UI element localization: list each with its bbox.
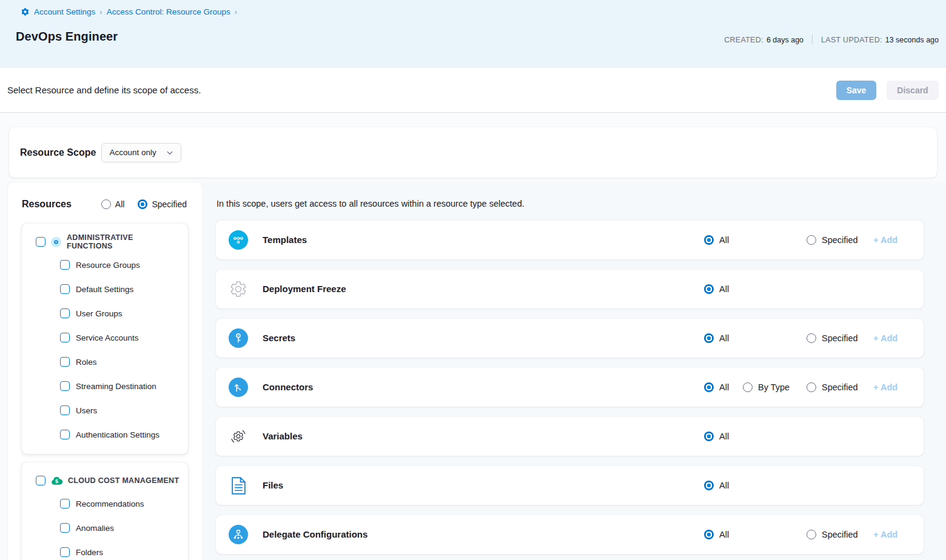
radio-icon[interactable]	[807, 235, 816, 245]
group-label: CLOUD COST MANAGEMENT	[68, 476, 179, 485]
sidebar-item-anomalies[interactable]: Anomalies	[22, 516, 188, 540]
option-label: All	[719, 432, 729, 441]
radio-icon[interactable]	[101, 199, 111, 209]
breadcrumb: Account Settings › Access Control: Resou…	[21, 7, 939, 16]
checkbox[interactable]	[60, 260, 70, 270]
radio-icon[interactable]	[704, 382, 714, 392]
add-button[interactable]: + Add	[873, 382, 897, 392]
add-button[interactable]: + Add	[873, 235, 897, 245]
chevron-right-icon: ›	[99, 7, 102, 16]
radio-icon[interactable]	[743, 382, 753, 392]
radio-icon[interactable]	[704, 333, 714, 343]
resource-row-connectors: ConnectorsAllBy TypeSpecified+ Add	[216, 368, 924, 407]
option-all[interactable]: All	[704, 481, 729, 490]
option-specified[interactable]: Specified	[807, 333, 858, 343]
checkbox[interactable]	[60, 284, 70, 294]
option-all[interactable]: All	[704, 432, 729, 441]
group-header: ADMINISTRATIVE FUNCTIONS	[22, 235, 188, 249]
resource-scope-card: Resource Scope Account only	[9, 127, 937, 178]
discard-button[interactable]: Discard	[887, 81, 939, 100]
checkbox[interactable]	[60, 523, 70, 533]
checkbox[interactable]	[60, 357, 70, 367]
resources-mode-specified[interactable]: Specified	[138, 199, 187, 209]
resources-mode-all-label: All	[115, 199, 125, 209]
sidebar-item-authentication-settings[interactable]: Authentication Settings	[22, 422, 188, 447]
resource-row-label: Variables	[263, 417, 303, 456]
checkbox[interactable]	[60, 405, 70, 415]
radio-icon[interactable]	[807, 530, 816, 539]
resources-mode-all[interactable]: All	[101, 199, 125, 209]
action-toolbar: Select Resource and define its scope of …	[0, 68, 946, 113]
save-button[interactable]: Save	[836, 81, 876, 100]
sidebar-item-folders[interactable]: Folders	[22, 540, 188, 560]
checkbox[interactable]	[36, 237, 45, 247]
chevron-down-icon	[166, 149, 173, 156]
last-updated-label: LAST UPDATED:	[821, 36, 882, 44]
checkbox[interactable]	[60, 381, 70, 391]
radio-icon[interactable]	[704, 284, 714, 294]
resource-row-label: Files	[263, 466, 283, 505]
resource-row-label: Deployment Freeze	[263, 270, 346, 308]
option-label: All	[719, 382, 729, 392]
option-label: All	[719, 530, 729, 539]
add-button[interactable]: + Add	[873, 530, 897, 539]
sidebar-item-service-accounts[interactable]: Service Accounts	[22, 325, 188, 350]
sidebar-item-users[interactable]: Users	[22, 398, 188, 422]
sidebar-item-label: Authentication Settings	[76, 430, 159, 439]
option-all[interactable]: All	[704, 530, 729, 539]
resource-scope-select[interactable]: Account only	[101, 143, 181, 162]
option-specified[interactable]: Specified	[807, 235, 858, 245]
breadcrumb-account-settings[interactable]: Account Settings	[34, 7, 95, 16]
resource-row-files: FilesAll	[216, 466, 924, 505]
option-all[interactable]: All	[704, 284, 729, 294]
checkbox[interactable]	[60, 547, 70, 557]
option-specified[interactable]: Specified	[807, 382, 858, 392]
resource-scope-selected-value: Account only	[109, 148, 156, 157]
resource-row-label: Secrets	[263, 319, 295, 358]
option-label: Specified	[822, 333, 858, 343]
option-all[interactable]: All	[704, 333, 729, 343]
radio-icon[interactable]	[138, 199, 147, 209]
resource-row-secrets: SecretsAllSpecified+ Add	[216, 319, 924, 358]
resources-sidebar: Resources All Specified ADMINISTRATIVE F…	[8, 182, 202, 560]
option-by-type[interactable]: By Type	[743, 382, 790, 392]
admin-functions-icon	[51, 237, 61, 247]
resource-group-card-cloud-cost-management: $CLOUD COST MANAGEMENTRecommendationsAno…	[22, 462, 188, 560]
page-header: Account Settings › Access Control: Resou…	[0, 0, 946, 68]
resource-groups-list: ADMINISTRATIVE FUNCTIONSResource GroupsD…	[8, 224, 202, 560]
sidebar-item-recommendations[interactable]: Recommendations	[22, 492, 188, 516]
sidebar-item-roles[interactable]: Roles	[22, 350, 188, 374]
created-label: CREATED:	[724, 36, 763, 44]
radio-icon[interactable]	[807, 333, 816, 343]
radio-icon[interactable]	[704, 235, 714, 245]
resource-row-label: Connectors	[263, 368, 313, 407]
add-button[interactable]: + Add	[873, 333, 897, 343]
sidebar-item-label: Roles	[76, 358, 97, 367]
radio-icon[interactable]	[704, 432, 714, 441]
checkbox[interactable]	[60, 333, 70, 342]
checkbox[interactable]	[36, 476, 45, 485]
radio-icon[interactable]	[704, 530, 714, 539]
breadcrumb-resource-groups[interactable]: Access Control: Resource Groups	[107, 7, 230, 16]
checkbox[interactable]	[60, 430, 70, 439]
sidebar-item-resource-groups[interactable]: Resource Groups	[22, 253, 188, 277]
resource-row-deployment-freeze: Deployment FreezeAll	[216, 270, 924, 308]
sidebar-item-user-groups[interactable]: User Groups	[22, 301, 188, 325]
sidebar-item-label: Folders	[76, 548, 103, 557]
checkbox[interactable]	[60, 308, 70, 318]
sidebar-item-default-settings[interactable]: Default Settings	[22, 277, 188, 301]
option-label: By Type	[758, 382, 790, 392]
checkbox[interactable]	[60, 499, 70, 508]
secrets-icon	[229, 328, 248, 348]
option-all[interactable]: All	[704, 382, 729, 392]
connectors-icon	[229, 378, 248, 397]
radio-icon[interactable]	[704, 481, 714, 490]
option-specified[interactable]: Specified	[807, 530, 858, 539]
radio-icon[interactable]	[807, 382, 816, 392]
option-all[interactable]: All	[704, 235, 729, 245]
resource-rows: TemplatesAllSpecified+ AddDeployment Fre…	[216, 221, 946, 554]
created-value: 6 days ago	[767, 36, 803, 44]
sidebar-item-streaming-destination[interactable]: Streaming Destination	[22, 374, 188, 398]
group-header: $CLOUD COST MANAGEMENT	[22, 473, 188, 488]
option-label: Specified	[822, 382, 858, 392]
